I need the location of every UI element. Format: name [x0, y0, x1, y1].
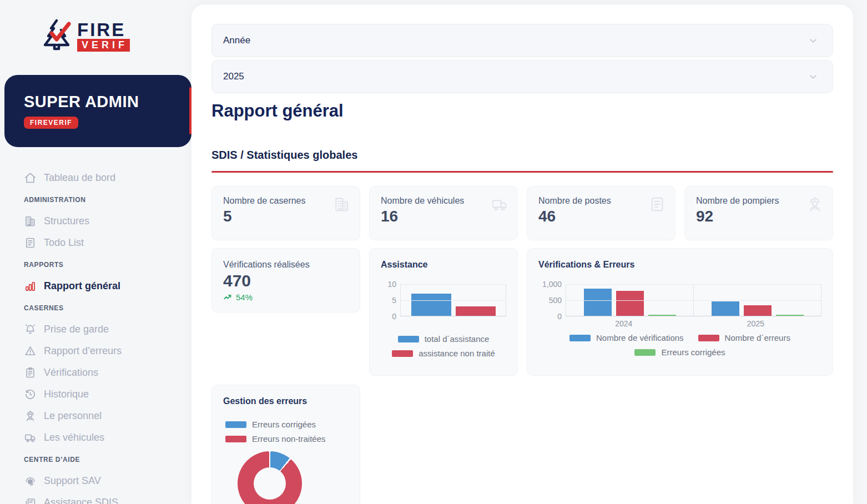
- verifications-erreurs-bar-chart: 1,0005000: [538, 284, 821, 316]
- legend-swatch: [225, 421, 246, 428]
- legend-item: total d´assistance: [398, 334, 490, 344]
- firefighter-icon: [24, 410, 37, 422]
- sidebar-item-label: Support SAV: [44, 475, 101, 487]
- sidebar-item-tableau-de-bord[interactable]: Tableau de bord: [0, 167, 191, 189]
- nav-section-header: ADMINISTRATION: [0, 189, 191, 210]
- verifications-erreurs-chart-card: Vérifications & Erreurs 1,0005000 202420…: [527, 248, 833, 376]
- chat-icon: [24, 496, 37, 504]
- buildings-icon: [24, 215, 37, 228]
- y-axis-tick: 1,000: [542, 280, 562, 289]
- profile-name: SUPER ADMIN: [24, 93, 191, 111]
- year-filter-value: 2025: [223, 71, 244, 82]
- legend-swatch: [698, 335, 719, 341]
- legend-label: Nombre d´erreurs: [725, 333, 790, 342]
- chevron-down-icon: [808, 71, 819, 82]
- year-filter-label: Année: [223, 35, 250, 46]
- assistance-bar-chart: 1050: [381, 284, 506, 316]
- y-axis-tick: 500: [549, 296, 562, 305]
- legend-row: Erreurs corrigées: [225, 420, 316, 429]
- sidebar-item-rapport-general[interactable]: Rapport général: [0, 275, 191, 297]
- sidebar-item-support-sav[interactable]: Support SAV: [0, 470, 191, 492]
- gridline: [566, 284, 821, 285]
- gestion-erreurs-donut-chart: [238, 451, 302, 504]
- legend-label: assistance non traité: [419, 349, 495, 358]
- bar-Nombre-de-vérifications: [584, 289, 612, 316]
- legend-item: assistance non traité: [392, 349, 495, 358]
- gestion-erreurs-legend: Erreurs corrigéesErreurs non-traitées: [225, 420, 349, 443]
- section-title: SDIS / Statistiques globales: [211, 149, 833, 162]
- stat-card-label: Nombre de postes: [538, 196, 665, 206]
- main-panel: Année 2025 Rapport général SDIS / Statis…: [191, 4, 853, 504]
- sidebar-item-les-vehicules[interactable]: Les véhicules: [0, 427, 191, 448]
- sidebar-item-assistance-sdis[interactable]: Assistance SDIS: [0, 492, 191, 504]
- gridline: [401, 284, 506, 285]
- legend-label: Erreurs non-traitées: [252, 434, 326, 443]
- sidebar-item-verifications[interactable]: Vérifications: [0, 362, 191, 384]
- profile-role-badge: FIREVERIF: [24, 117, 78, 129]
- sidebar-item-structures[interactable]: Structures: [0, 210, 191, 232]
- legend-item: Nombre d´erreurs: [698, 333, 790, 342]
- stat-card-vehicules: Nombre de véhicules16: [369, 186, 518, 240]
- truck-icon: [491, 195, 508, 213]
- kpi-label: Vérifications réalisées: [223, 260, 349, 270]
- sidebar-item-prise-de-garde[interactable]: Prise de garde: [0, 319, 191, 340]
- legend-item: Erreurs corrigées: [634, 347, 725, 357]
- charts-row: Vérifications réalisées 470 54% Assistan…: [211, 248, 833, 376]
- legend-item: Erreurs corrigées: [225, 420, 316, 429]
- stat-card-value: 16: [381, 208, 507, 225]
- assistance-chart-legend: total d´assistanceassistance non traité: [381, 334, 506, 358]
- app-logo[interactable]: FIRE VERIF: [41, 18, 191, 54]
- todo-icon: [24, 236, 37, 249]
- profile-card: SUPER ADMIN FIREVERIF: [4, 75, 191, 147]
- bar-Nombre-d´erreurs: [616, 291, 644, 316]
- chart-title: Assistance: [381, 260, 506, 270]
- kpi-trend-value: 54%: [236, 293, 253, 302]
- x-axis-tick: 2024: [558, 319, 690, 328]
- sidebar-item-label: Structures: [44, 215, 89, 227]
- gestion-erreurs-card: Gestion des erreurs Erreurs corrigéesErr…: [211, 385, 360, 504]
- section-divider: [211, 171, 833, 173]
- legend-item: Erreurs non-traitées: [225, 434, 326, 443]
- legend-label: Erreurs corrigées: [252, 420, 316, 429]
- sidebar-item-label: Vérifications: [44, 367, 98, 379]
- stats-grid: Nombre de casernes5Nombre de véhicules16…: [211, 186, 833, 240]
- sidebar-item-historique[interactable]: Historique: [0, 384, 191, 405]
- legend-row: Erreurs corrigées: [634, 347, 725, 357]
- x-axis-labels: 20242025: [558, 319, 821, 328]
- bell-icon: [24, 323, 37, 336]
- sidebar-item-label: Tableau de bord: [44, 172, 115, 184]
- sidebar-item-label: Todo List: [44, 237, 84, 249]
- trending-up-icon: [223, 293, 233, 302]
- bar-total-d´assistance: [411, 294, 451, 316]
- year-filter-label-dropdown[interactable]: Année: [211, 24, 833, 57]
- year-filter-value-dropdown[interactable]: 2025: [211, 60, 833, 93]
- stat-card-label: Nombre de pompiers: [696, 196, 823, 206]
- legend-item: Nombre de vérifications: [569, 333, 684, 342]
- sidebar-nav: Tableau de bordADMINISTRATIONStructuresT…: [0, 167, 191, 504]
- donut-hole: [254, 467, 286, 500]
- sidebar-item-todo-list[interactable]: Todo List: [0, 232, 191, 254]
- warning-icon: [24, 345, 37, 357]
- sidebar-item-label: Prise de garde: [44, 324, 109, 335]
- stat-card-postes: Nombre de postes46: [527, 186, 676, 240]
- legend-label: Erreurs corrigées: [661, 347, 725, 357]
- legend-swatch: [398, 336, 419, 342]
- gridline: [566, 300, 821, 301]
- kpi-value: 470: [223, 271, 349, 290]
- sidebar-item-le-personnel[interactable]: Le personnel: [0, 405, 191, 427]
- sidebar-item-rapport-derreurs[interactable]: Rapport d’erreurs: [0, 340, 191, 362]
- bar-chart-icon: [24, 280, 37, 293]
- chart-title: Gestion des erreurs: [223, 396, 349, 406]
- legend-swatch: [569, 335, 591, 341]
- nav-section-header: CASERNES: [0, 297, 191, 319]
- sidebar: FIRE VERIF SUPER ADMIN FIREVERIF Tableau…: [0, 0, 191, 504]
- sidebar-item-label: Les véhicules: [44, 432, 104, 443]
- kpi-trend: 54%: [223, 293, 349, 302]
- fireverif-tree-logo-icon: [41, 18, 73, 54]
- sidebar-item-label: Rapport général: [44, 280, 120, 292]
- history-icon: [24, 388, 37, 401]
- gridline: [401, 300, 506, 301]
- y-axis-tick: 0: [557, 312, 562, 321]
- stat-card-label: Nombre de véhicules: [381, 196, 507, 206]
- nav-section-header: RAPPORTS: [0, 254, 191, 275]
